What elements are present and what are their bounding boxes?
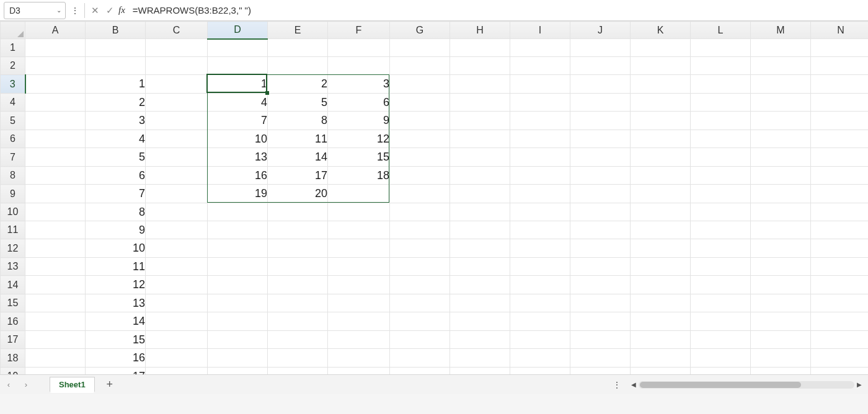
column-header[interactable]: A	[25, 22, 86, 39]
cell[interactable]	[450, 349, 510, 368]
column-header[interactable]: K	[631, 22, 691, 39]
cell[interactable]	[86, 39, 146, 57]
cell[interactable]	[510, 57, 570, 75]
cell[interactable]	[570, 349, 631, 368]
cell[interactable]	[510, 331, 570, 349]
cell[interactable]	[328, 294, 390, 312]
cell[interactable]	[450, 75, 510, 94]
cell[interactable]	[811, 185, 869, 203]
row-header[interactable]: 3	[1, 75, 25, 94]
cell[interactable]	[631, 203, 691, 221]
cell[interactable]	[691, 167, 751, 185]
cell[interactable]	[631, 312, 691, 331]
cell[interactable]	[450, 203, 510, 221]
row-header[interactable]: 13	[1, 258, 25, 276]
cell[interactable]	[570, 185, 631, 203]
cell[interactable]: 8	[86, 203, 146, 221]
cell[interactable]	[390, 331, 450, 349]
cell[interactable]	[510, 276, 570, 294]
cell[interactable]	[691, 39, 751, 57]
cell[interactable]	[208, 221, 268, 239]
cell[interactable]	[570, 312, 631, 331]
cell[interactable]	[631, 75, 691, 94]
cell[interactable]	[510, 258, 570, 276]
cell[interactable]	[450, 239, 510, 258]
cell[interactable]	[631, 331, 691, 349]
cell[interactable]	[570, 94, 631, 112]
cell[interactable]	[268, 239, 328, 258]
scroll-right-icon[interactable]: ▶	[854, 380, 864, 390]
cell[interactable]: 18	[328, 167, 390, 185]
cell[interactable]	[328, 349, 390, 368]
cell[interactable]	[146, 39, 208, 57]
cell[interactable]	[208, 331, 268, 349]
cell[interactable]	[146, 75, 208, 94]
cell[interactable]: 15	[86, 331, 146, 349]
cell[interactable]	[146, 239, 208, 258]
cell[interactable]	[751, 94, 811, 112]
cell[interactable]	[390, 349, 450, 368]
cell[interactable]: 15	[328, 148, 390, 167]
cell[interactable]: 7	[208, 112, 268, 130]
cell[interactable]	[570, 39, 631, 57]
cell[interactable]	[268, 57, 328, 75]
cell[interactable]	[631, 185, 691, 203]
cell[interactable]	[146, 276, 208, 294]
cell[interactable]	[208, 258, 268, 276]
cell[interactable]	[146, 130, 208, 148]
cell[interactable]: 13	[208, 148, 268, 167]
cell[interactable]	[328, 39, 390, 57]
cell[interactable]	[510, 112, 570, 130]
cell[interactable]: 11	[268, 130, 328, 148]
cell[interactable]	[631, 258, 691, 276]
cell[interactable]	[751, 258, 811, 276]
cell[interactable]	[570, 167, 631, 185]
cell[interactable]	[146, 148, 208, 167]
confirm-formula-icon[interactable]: ✓	[102, 5, 117, 16]
cell[interactable]	[25, 331, 86, 349]
cell[interactable]	[811, 148, 869, 167]
cell[interactable]: 8	[268, 112, 328, 130]
cell[interactable]	[570, 331, 631, 349]
row-header[interactable]: 16	[1, 312, 25, 331]
cell[interactable]: 20	[268, 185, 328, 203]
cell[interactable]	[691, 294, 751, 312]
cell[interactable]	[450, 185, 510, 203]
cell[interactable]	[390, 94, 450, 112]
cell[interactable]	[691, 148, 751, 167]
cell[interactable]	[146, 221, 208, 239]
cell[interactable]	[631, 148, 691, 167]
row-header[interactable]: 18	[1, 349, 25, 368]
cell[interactable]: 2	[86, 94, 146, 112]
cell[interactable]	[751, 294, 811, 312]
cell[interactable]: 6	[86, 167, 146, 185]
column-header[interactable]: N	[811, 22, 869, 39]
row-header[interactable]: 6	[1, 130, 25, 148]
column-header[interactable]: B	[86, 22, 146, 39]
cell[interactable]	[390, 221, 450, 239]
cell[interactable]	[811, 167, 869, 185]
cell[interactable]	[510, 39, 570, 57]
next-sheet-button[interactable]: ›	[17, 375, 35, 394]
cell[interactable]	[25, 349, 86, 368]
cell[interactable]	[811, 130, 869, 148]
column-header[interactable]: F	[328, 22, 390, 39]
cell[interactable]	[86, 57, 146, 75]
cell[interactable]	[691, 94, 751, 112]
cell[interactable]	[268, 221, 328, 239]
cell[interactable]	[268, 276, 328, 294]
cell[interactable]	[390, 148, 450, 167]
cell[interactable]	[208, 239, 268, 258]
cell[interactable]	[328, 203, 390, 221]
cell[interactable]	[268, 331, 328, 349]
cell[interactable]	[510, 294, 570, 312]
cell[interactable]	[510, 94, 570, 112]
cell[interactable]	[570, 130, 631, 148]
cell[interactable]	[25, 57, 86, 75]
row-header[interactable]: 7	[1, 148, 25, 167]
column-header[interactable]: J	[570, 22, 631, 39]
cell[interactable]	[570, 203, 631, 221]
cell[interactable]: 12	[86, 276, 146, 294]
cell[interactable]	[328, 57, 390, 75]
cell[interactable]	[328, 276, 390, 294]
